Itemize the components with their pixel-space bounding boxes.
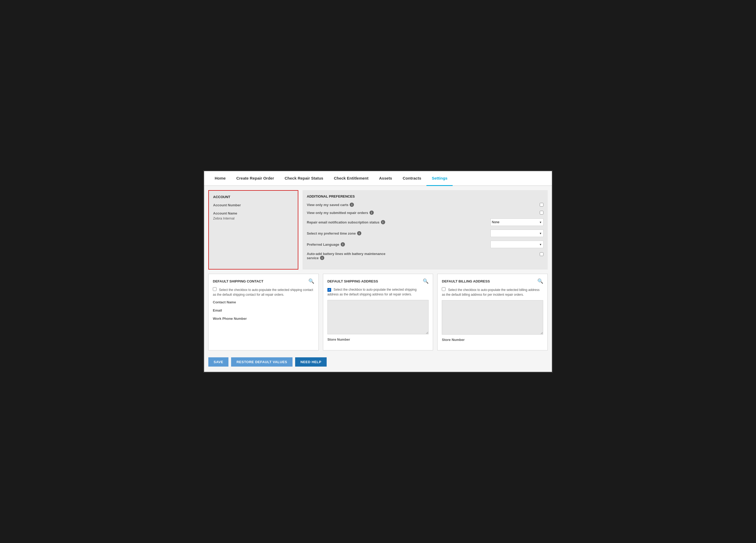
info-icon-saved-carts[interactable]: i xyxy=(350,203,354,207)
pref-email-notification-control: None xyxy=(491,219,543,226)
shipping-contact-card: DEFAULT SHIPPING CONTACT 🔍 Select the ch… xyxy=(208,274,319,350)
pref-submitted-orders-label: View only my submitted repair orders i xyxy=(307,211,540,215)
pref-battery-label: Auto-add battery lines with battery main… xyxy=(307,252,540,260)
main-content: ACCOUNT Account Number Account Name Zebr… xyxy=(204,186,552,372)
select-timezone[interactable] xyxy=(491,230,543,237)
account-section: ACCOUNT Account Number Account Name Zebr… xyxy=(208,190,298,270)
info-icon-battery[interactable]: i xyxy=(320,256,324,260)
shipping-contact-title: DEFAULT SHIPPING CONTACT xyxy=(213,279,263,283)
select-email-notification[interactable]: None xyxy=(491,219,543,226)
shipping-address-card: DEFAULT SHIPPING ADDRESS 🔍 Select the ch… xyxy=(323,274,433,350)
billing-address-search-icon[interactable]: 🔍 xyxy=(537,278,543,284)
shipping-address-header: DEFAULT SHIPPING ADDRESS 🔍 xyxy=(327,278,429,284)
page-container: Home Create Repair Order Check Repair St… xyxy=(203,170,553,373)
pref-row-email-notification: Repair email notification subscription s… xyxy=(307,219,543,226)
checkbox-shipping-contact[interactable] xyxy=(213,287,217,291)
pref-row-language: Preferred Language i xyxy=(307,241,543,248)
contact-email-label: Email xyxy=(213,308,314,312)
contact-name-label: Contact Name xyxy=(213,300,314,304)
info-icon-timezone[interactable]: i xyxy=(357,231,361,236)
nav-check-repair-status[interactable]: Check Repair Status xyxy=(279,171,329,186)
pref-timezone-label: Select my preferred time zone i xyxy=(307,231,491,236)
pref-submitted-orders-control xyxy=(540,211,543,215)
shipping-address-search-icon[interactable]: 🔍 xyxy=(423,278,429,284)
info-icon-submitted-orders[interactable]: i xyxy=(370,211,374,215)
billing-address-textarea[interactable] xyxy=(442,300,543,334)
nav-home[interactable]: Home xyxy=(209,171,231,186)
top-row: ACCOUNT Account Number Account Name Zebr… xyxy=(208,190,548,270)
account-number-label: Account Number xyxy=(213,203,294,207)
contact-phone-label: Work Phone Number xyxy=(213,316,314,320)
shipping-address-textarea[interactable] xyxy=(327,300,429,334)
shipping-contact-header: DEFAULT SHIPPING CONTACT 🔍 xyxy=(213,278,314,284)
billing-store-number-label: Store Number xyxy=(442,338,543,342)
shipping-address-desc: Select the checkbox to auto-populate the… xyxy=(327,287,429,297)
billing-address-desc: Select the checkbox to auto-populate the… xyxy=(442,287,543,297)
shipping-store-number-label: Store Number xyxy=(327,337,429,341)
account-name-value: Zebra Internal xyxy=(213,216,294,220)
checkbox-battery[interactable] xyxy=(540,252,543,256)
pref-timezone-control xyxy=(491,230,543,237)
nav-check-entitlement[interactable]: Check Entitlement xyxy=(329,171,374,186)
checkbox-billing-address[interactable] xyxy=(442,287,445,291)
save-button[interactable]: SAVE xyxy=(208,357,228,366)
account-name-label: Account Name xyxy=(213,211,294,215)
pref-row-saved-carts: View only my saved carts i xyxy=(307,203,543,207)
pref-language-label: Preferred Language i xyxy=(307,242,491,247)
nav-bar: Home Create Repair Order Check Repair St… xyxy=(204,171,552,186)
info-icon-language[interactable]: i xyxy=(341,242,345,247)
contact-name-row: Contact Name xyxy=(213,300,314,304)
select-language[interactable] xyxy=(491,241,543,248)
checkbox-shipping-address[interactable] xyxy=(327,288,331,292)
billing-address-card: DEFAULT BILLING ADDRESS 🔍 Select the che… xyxy=(437,274,548,350)
preferences-title: ADDITIONAL PREFERENCES xyxy=(307,195,543,198)
nav-contracts[interactable]: Contracts xyxy=(397,171,426,186)
billing-address-textarea-row xyxy=(442,300,543,336)
billing-address-header: DEFAULT BILLING ADDRESS 🔍 xyxy=(442,278,543,284)
need-help-button[interactable]: NEED HELP xyxy=(295,357,327,366)
pref-saved-carts-label: View only my saved carts i xyxy=(307,203,540,207)
shipping-contact-search-icon[interactable]: 🔍 xyxy=(308,278,314,284)
nav-create-repair-order[interactable]: Create Repair Order xyxy=(231,171,280,186)
pref-row-submitted-orders: View only my submitted repair orders i xyxy=(307,211,543,215)
pref-email-notification-label: Repair email notification subscription s… xyxy=(307,220,491,224)
pref-row-timezone: Select my preferred time zone i xyxy=(307,230,543,237)
contact-phone-row: Work Phone Number xyxy=(213,316,314,320)
nav-settings[interactable]: Settings xyxy=(426,171,453,186)
nav-assets[interactable]: Assets xyxy=(374,171,397,186)
pref-battery-control xyxy=(540,252,543,256)
action-row: SAVE RESTORE DEFAULT VALUES NEED HELP xyxy=(208,355,548,368)
pref-row-battery: Auto-add battery lines with battery main… xyxy=(307,252,543,260)
bottom-row: DEFAULT SHIPPING CONTACT 🔍 Select the ch… xyxy=(208,274,548,350)
shipping-address-textarea-row xyxy=(327,300,429,335)
info-icon-email-notification[interactable]: i xyxy=(381,220,385,224)
preferences-section: ADDITIONAL PREFERENCES View only my save… xyxy=(303,190,548,270)
restore-button[interactable]: RESTORE DEFAULT VALUES xyxy=(231,357,293,366)
pref-saved-carts-control xyxy=(540,203,543,207)
checkbox-saved-carts[interactable] xyxy=(540,203,543,207)
billing-address-title: DEFAULT BILLING ADDRESS xyxy=(442,279,490,283)
shipping-contact-desc: Select the checkbox to auto-populate the… xyxy=(213,287,314,297)
contact-email-row: Email xyxy=(213,308,314,312)
account-title: ACCOUNT xyxy=(213,195,294,199)
shipping-address-title: DEFAULT SHIPPING ADDRESS xyxy=(327,279,378,283)
pref-language-control xyxy=(491,241,543,248)
checkbox-submitted-orders[interactable] xyxy=(540,211,543,215)
